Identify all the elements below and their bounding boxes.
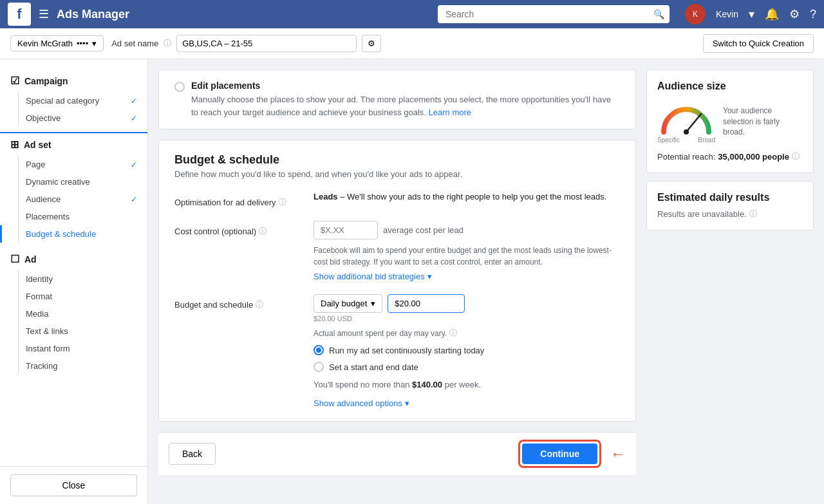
potential-reach-info-icon[interactable]: ⓘ <box>792 151 800 162</box>
estimated-title: Estimated daily results <box>657 192 803 203</box>
radio-start-end-label: Set a start and end date <box>329 362 418 372</box>
hamburger-menu[interactable]: ☰ <box>39 7 49 21</box>
budget-subtitle: Define how much you'd like to spend, and… <box>174 169 620 179</box>
estimated-info-icon[interactable]: ⓘ <box>749 209 757 219</box>
radio-start-end-indicator <box>314 362 324 372</box>
sidebar-campaign-header: ☑ Campaign <box>0 70 147 92</box>
gauge-labels: Specific Broad <box>657 136 715 144</box>
settings-icon[interactable]: ⚙ <box>789 7 800 21</box>
cost-control-info-icon[interactable]: ⓘ <box>259 226 267 237</box>
sidebar-item-label: Page <box>26 160 45 169</box>
budget-controls: Daily budget ▾ <box>314 294 620 313</box>
radio-option-continuous[interactable]: Run my ad set continuously starting toda… <box>314 345 620 355</box>
radio-continuous-label: Run my ad set continuously starting toda… <box>329 346 484 355</box>
svg-point-1 <box>684 129 689 135</box>
continue-button-wrap: Continue <box>522 443 597 464</box>
dropdown-icon[interactable]: ▾ <box>749 7 754 21</box>
learn-more-link[interactable]: Learn more <box>429 107 471 117</box>
sidebar-close-area: Close <box>0 466 147 504</box>
check-icon: ✓ <box>131 195 137 204</box>
placement-description: Manually choose the places to show your … <box>191 93 620 118</box>
account-name: Kevin McGrath <box>17 39 73 48</box>
sidebar-item-label: Budget & schedule <box>26 229 96 239</box>
sub-header: Kevin McGrath •••• ▾ Ad set name ⓘ ⚙ Swi… <box>0 28 824 59</box>
sidebar-item-budget-schedule[interactable]: Budget & schedule <box>0 225 147 243</box>
ad-icon: ☐ <box>10 253 19 265</box>
sidebar-adset-header: ⊞ Ad set <box>0 133 147 156</box>
show-advanced-link[interactable]: Show advanced options ▾ <box>314 398 409 408</box>
budget-amount-input[interactable] <box>388 294 465 313</box>
may-vary-text: Actual amount spent per day may vary. ⓘ <box>314 328 620 339</box>
gauge-text: Your audience selection is fairly broad. <box>723 106 803 138</box>
ad-set-name-info-icon[interactable]: ⓘ <box>164 38 171 49</box>
main-layout: ☑ Campaign Special ad category ✓ Objecti… <box>0 59 824 504</box>
budget-schedule-label: Budget and schedule ⓘ <box>174 294 303 310</box>
adset-icon: ⊞ <box>10 138 19 151</box>
sidebar-item-instant-form[interactable]: Instant form <box>0 340 147 357</box>
sidebar-item-label: Text & links <box>26 326 68 336</box>
avatar: K <box>685 4 706 24</box>
optimization-control: Leads – We'll show your ads to the right… <box>314 192 620 201</box>
optimization-info-icon[interactable]: ⓘ <box>279 197 286 208</box>
quick-creation-button[interactable]: Switch to Quick Creation <box>703 34 814 53</box>
budget-type-dropdown[interactable]: Daily budget ▾ <box>314 294 382 313</box>
check-icon: ✓ <box>131 97 137 106</box>
edit-placements-radio[interactable] <box>174 82 185 92</box>
sidebar-item-format[interactable]: Format <box>0 288 147 305</box>
cost-description: Facebook will aim to spend your entire b… <box>314 245 620 268</box>
account-selector[interactable]: Kevin McGrath •••• ▾ <box>10 35 104 51</box>
gauge-specific-label: Specific <box>657 136 680 144</box>
help-icon[interactable]: ? <box>810 8 816 21</box>
audience-size-title: Audience size <box>657 80 803 92</box>
may-vary-info-icon[interactable]: ⓘ <box>449 328 457 339</box>
sidebar-item-tracking[interactable]: Tracking <box>0 357 147 375</box>
page-title: Ads Manager <box>57 8 129 21</box>
estimated-results-card: Estimated daily results Results are unav… <box>646 181 814 230</box>
footer-bar: Back Continue ← <box>158 432 636 475</box>
sidebar-item-page[interactable]: Page ✓ <box>0 156 147 173</box>
close-button[interactable]: Close <box>10 474 137 496</box>
ad-set-gear-button[interactable]: ⚙ <box>362 35 381 52</box>
ad-set-name-input[interactable] <box>176 35 357 52</box>
campaign-icon: ☑ <box>10 75 19 87</box>
sidebar-item-dynamic-creative[interactable]: Dynamic creative <box>0 173 147 191</box>
potential-reach-value: 35,000,000 people <box>718 152 789 162</box>
nav-right-icons: K Kevin ▾ 🔔 ⚙ ? <box>685 4 816 24</box>
back-button[interactable]: Back <box>169 443 216 465</box>
radio-option-start-end[interactable]: Set a start and end date <box>314 362 620 372</box>
budget-schedule-card: Budget & schedule Define how much you'd … <box>158 140 636 422</box>
cost-control-input[interactable] <box>314 221 378 239</box>
nav-username: Kevin <box>716 9 738 19</box>
sidebar-item-label: Identity <box>26 274 53 284</box>
radio-continuous-indicator <box>314 345 324 355</box>
cost-control-suffix: average cost per lead <box>383 225 464 235</box>
estimated-desc: Results are unavailable. ⓘ <box>657 209 803 219</box>
notifications-icon[interactable]: 🔔 <box>765 7 779 21</box>
bid-strategies-link[interactable]: Show additional bid strategies ▾ <box>314 272 432 281</box>
continue-highlight-ring <box>518 440 601 468</box>
bid-strategies-chevron: ▾ <box>427 272 432 281</box>
budget-schedule-control: Daily budget ▾ $20.00 USD Actual amount … <box>314 294 620 408</box>
sidebar-ad-label: Ad <box>24 254 37 265</box>
sidebar-item-audience[interactable]: Audience ✓ <box>0 191 147 208</box>
sidebar-item-text-links[interactable]: Text & links <box>0 322 147 340</box>
account-dropdown-icon: ▾ <box>92 39 97 48</box>
sidebar-item-special-ad-category[interactable]: Special ad category ✓ <box>0 92 147 109</box>
edit-placements-card: Edit placements Manually choose the plac… <box>158 70 636 129</box>
sidebar-item-placements[interactable]: Placements <box>0 208 147 225</box>
right-panel: Audience size <box>646 70 814 494</box>
optimization-dash: – <box>340 192 347 201</box>
audience-desc: Your audience selection is fairly broad. <box>723 106 803 138</box>
sidebar-item-identity[interactable]: Identity <box>0 270 147 288</box>
sidebar-item-media[interactable]: Media <box>0 305 147 322</box>
facebook-logo: f <box>8 3 31 26</box>
sidebar-item-label: Format <box>26 292 52 301</box>
budget-schedule-info-icon[interactable]: ⓘ <box>256 299 263 310</box>
account-suffix: •••• <box>77 39 88 48</box>
cost-control-label: Cost control (optional) ⓘ <box>174 221 303 237</box>
placement-option: Edit placements Manually choose the plac… <box>159 70 635 129</box>
top-navigation: f ☰ Ads Manager 🔍 K Kevin ▾ 🔔 ⚙ ? <box>0 0 824 28</box>
sidebar-item-objective[interactable]: Objective ✓ <box>0 109 147 127</box>
search-input[interactable] <box>438 5 670 23</box>
sidebar-ad-header: ☐ Ad <box>0 248 147 270</box>
